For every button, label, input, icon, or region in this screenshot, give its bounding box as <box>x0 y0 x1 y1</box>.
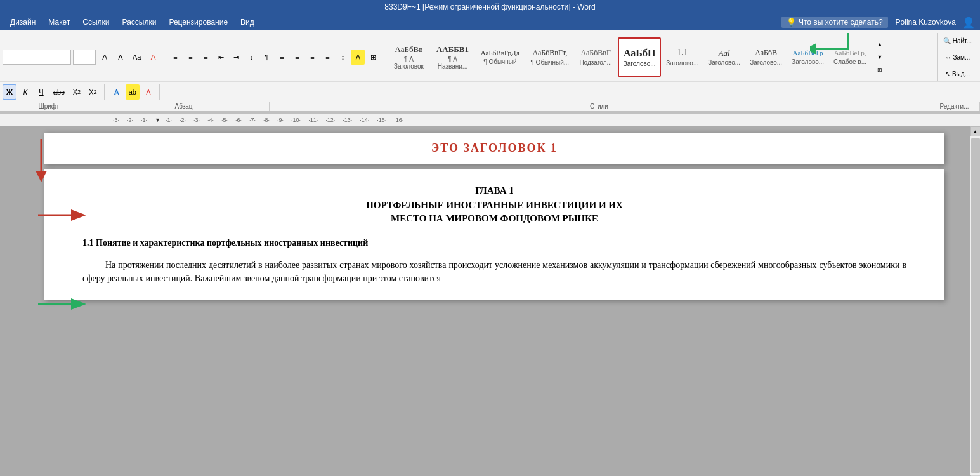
edit-group-label: Редакти... <box>929 102 980 111</box>
style-preview-4: АаБбВвГт, <box>532 48 567 57</box>
green-ribbon-arrow <box>810 33 861 62</box>
change-case-button[interactable]: Aa <box>129 50 144 65</box>
ribbon-area: Times New R... 16 A A Aa A ≡ ≡ ≡ ⇤ ⇥ ↕ ¶… <box>0 30 980 114</box>
user-icon[interactable]: 👤 <box>962 17 975 29</box>
shading-button[interactable]: A <box>351 50 365 65</box>
menu-review[interactable]: Рецензирование <box>164 15 233 29</box>
document-scroll-area[interactable]: ЭТО ЗАГОЛОВОК 1 а это заголовок 2 <box>19 126 970 476</box>
style-preview-5: АаБбВвГ <box>580 48 610 57</box>
title-text: 833D9F~1 [Режим ограниченной функциональ… <box>384 3 595 11</box>
scroll-thumb[interactable] <box>971 138 980 473</box>
style-preview-8: Ааl <box>719 48 730 58</box>
user-name: Polina Kuzovkova <box>896 18 956 27</box>
bold-button[interactable]: Ж <box>3 84 16 100</box>
style-item-aabbv[interactable]: АаБбВ Заголово... <box>745 37 787 77</box>
content-area: ЭТО ЗАГОЛОВОК 1 а это заголовок 2 <box>0 126 980 476</box>
style-item-heading1[interactable]: АаБбН Заголово... <box>618 37 661 77</box>
menu-references[interactable]: Ссылки <box>77 15 114 29</box>
styles-down-button[interactable]: ▼ <box>873 51 887 63</box>
replace-button[interactable]: ↔ Зам... <box>940 50 975 65</box>
para-format-row: A ab A <box>106 84 160 100</box>
menu-layout[interactable]: Макет <box>43 15 75 29</box>
increase-font-button[interactable]: A <box>98 50 112 65</box>
style-item-nazvanie[interactable]: ААББВ1 ¶ АНазвани... <box>431 37 474 77</box>
red-doc-arrow <box>38 208 76 227</box>
paragraph1: На протяжении последних десятилетий в на… <box>82 258 906 285</box>
menu-view[interactable]: Вид <box>235 15 259 29</box>
style-label-8: Заголово... <box>708 59 740 66</box>
style-item-11[interactable]: 1.1 Заголово... <box>662 37 703 77</box>
numbering-button[interactable]: ≡ <box>183 50 197 65</box>
style-label-4: ¶ Обычный... <box>530 59 569 66</box>
scroll-up-button[interactable]: ▲ <box>970 126 981 136</box>
search-text: Что вы хотите сделать? <box>799 18 883 27</box>
font-group-label: Шрифт <box>0 102 98 111</box>
align-left-button[interactable]: ≡ <box>275 50 289 65</box>
select-button[interactable]: ↖ Выд... <box>940 66 975 81</box>
style-label-2: ¶ АНазвани... <box>438 56 467 70</box>
style-label-7: Заголово... <box>666 60 698 67</box>
style-item-podzagolovok[interactable]: АаБбВвГ Подзагол... <box>574 37 617 77</box>
menu-mailings[interactable]: Рассылки <box>117 15 162 29</box>
style-item-obychny2[interactable]: АаБбВвГт, ¶ Обычный... <box>526 37 573 77</box>
style-item-obychny[interactable]: АаБбВвГрДд ¶ Обычный <box>474 37 525 77</box>
chapter-title-wrapper: ГЛАВА 1 <box>82 185 906 196</box>
underline-button[interactable]: Ч <box>34 84 48 100</box>
style-preview-2: ААББВ1 <box>436 44 469 55</box>
borders-button[interactable]: ⊞ <box>366 50 380 65</box>
style-item-aa[interactable]: Ааl Заголово... <box>703 37 745 77</box>
green-doc-arrow <box>38 296 76 315</box>
style-label-5: Подзагол... <box>579 59 611 66</box>
justify-button[interactable]: ≡ <box>320 50 334 65</box>
style-item-zagolovok[interactable]: АаБбВв ¶ АЗаголовок <box>387 37 430 77</box>
chapter-subtitle1: ПОРТФЕЛЬНЫЕ ИНОСТРАННЫЕ ИНВЕСТИЦИИ И ИХ <box>82 200 906 211</box>
decrease-font-button[interactable]: A <box>114 50 127 65</box>
menu-design[interactable]: Дизайн <box>5 15 41 29</box>
align-right-button[interactable]: ≡ <box>305 50 319 65</box>
styles-scroll[interactable]: ▲ ▼ ⊞ <box>873 39 887 76</box>
style-label-9: Заголово... <box>750 59 782 66</box>
format-bar: Ж К Ч abc X2 X2 A ab A <box>0 82 980 102</box>
page-top-section: ЭТО ЗАГОЛОВОК 1 а это заголовок 2 <box>44 133 944 164</box>
line-spacing-button[interactable]: ↕ <box>336 50 350 65</box>
style-preview-3: АаБбВвГрДд <box>481 49 519 57</box>
styles-more-button[interactable]: ⊞ <box>873 64 887 76</box>
style-preview-6: АаБбН <box>624 47 655 59</box>
sort-button[interactable]: ↕ <box>244 50 258 65</box>
vertical-scrollbar[interactable]: ▲ ▼ <box>970 126 980 476</box>
search-box[interactable]: 💡 Что вы хотите сделать? <box>781 17 888 28</box>
ribbon-labels: Шрифт Абзац Стили Редакти... <box>0 102 980 112</box>
title-bar: 833D9F~1 [Режим ограниченной функциональ… <box>0 0 980 14</box>
red-ribbon-arrow <box>32 136 51 187</box>
ruler: ·3· ·2· ·1· ▼ ·1· ·2· ·3· ·4· ·5· ·6· ·7… <box>0 114 980 126</box>
font-color-button[interactable]: A <box>141 84 155 100</box>
font-size-input[interactable]: 16 <box>73 50 96 65</box>
find-button[interactable]: 🔍 Найт... <box>940 33 975 48</box>
style-label-3: ¶ Обычный <box>483 58 516 65</box>
editing-section: 🔍 Найт... ↔ Зам... ↖ Выд... <box>937 33 977 81</box>
style-preview-9: АаБбВ <box>755 48 777 57</box>
heading1-page: ЭТО ЗАГОЛОВОК 1 <box>44 133 944 164</box>
font-format-row: Ж К Ч abc X2 X2 <box>3 84 105 100</box>
superscript-button[interactable]: X2 <box>86 84 100 100</box>
decrease-indent-button[interactable]: ⇤ <box>214 50 228 65</box>
styles-up-button[interactable]: ▲ <box>873 39 887 50</box>
text-effects-button[interactable]: A <box>110 84 124 100</box>
align-center-button[interactable]: ≡ <box>290 50 304 65</box>
italic-button[interactable]: К <box>18 84 32 100</box>
main-page[interactable]: ГЛАВА 1 ПОРТФЕЛЬНЫЕ ИНОСТРАННЫЕ ИНВЕСТИЦ… <box>44 169 944 300</box>
chapter-title: ГЛАВА 1 <box>475 185 513 195</box>
strikethrough-button[interactable]: abc <box>50 84 68 100</box>
lightbulb-icon: 💡 <box>787 18 796 27</box>
bullets-button[interactable]: ≡ <box>168 50 182 65</box>
styles-group-label: Стили <box>270 102 929 111</box>
multilevel-button[interactable]: ≡ <box>199 50 212 65</box>
text-highlight-button[interactable]: ab <box>126 84 140 100</box>
show-marks-button[interactable]: ¶ <box>259 50 273 65</box>
clear-format-button[interactable]: A <box>146 50 160 65</box>
increase-indent-button[interactable]: ⇥ <box>229 50 243 65</box>
heading1-text: ЭТО ЗАГОЛОВОК 1 <box>431 142 558 154</box>
subscript-button[interactable]: X2 <box>70 84 84 100</box>
section-heading: 1.1 Понятие и характеристика портфельных… <box>82 238 906 248</box>
font-name-input[interactable]: Times New R... <box>3 50 71 65</box>
